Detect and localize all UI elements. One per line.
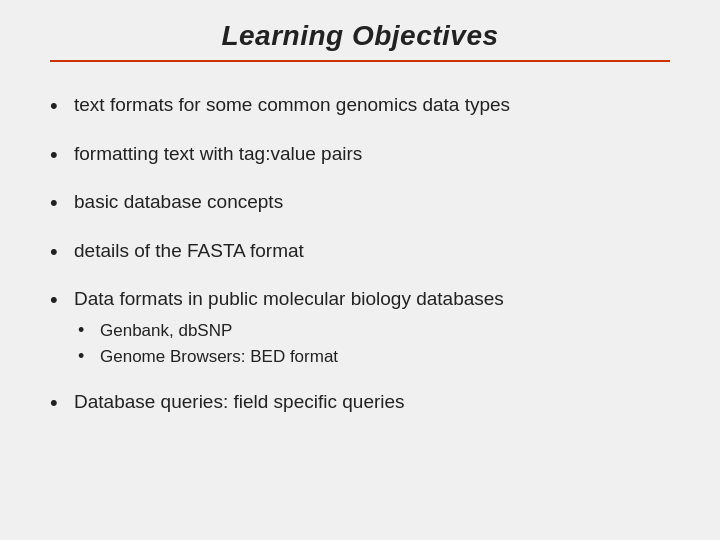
content-area: • text formats for some common genomics … (50, 82, 670, 510)
bullet-item-4: • details of the FASTA format (50, 228, 670, 277)
bullet-dot-5: • (50, 286, 74, 315)
bullet-text-2: formatting text with tag:value pairs (74, 141, 362, 167)
bullet-item-2: • formatting text with tag:value pairs (50, 131, 670, 180)
sub-bullet-dot-5-1: • (78, 320, 100, 341)
bullet-dot-6: • (50, 389, 74, 418)
bullet-item-1: • text formats for some common genomics … (50, 82, 670, 131)
sub-bullet-5-2: • Genome Browsers: BED format (78, 345, 338, 369)
bullet-dot-3: • (50, 189, 74, 218)
sub-bullets-5: • Genbank, dbSNP • Genome Browsers: BED … (78, 319, 338, 369)
bullet-text-3: basic database concepts (74, 189, 283, 215)
slide-title: Learning Objectives (50, 20, 670, 52)
bullet-text-6: Database queries: field specific queries (74, 389, 405, 415)
title-section: Learning Objectives (50, 20, 670, 52)
sub-bullet-dot-5-2: • (78, 346, 100, 367)
bullet-dot-1: • (50, 92, 74, 121)
sub-bullet-5-1: • Genbank, dbSNP (78, 319, 338, 343)
bullet-item-6: • Database queries: field specific queri… (50, 379, 670, 428)
sub-bullet-text-5-1: Genbank, dbSNP (100, 320, 232, 342)
bullet-item-5: • Data formats in public molecular biolo… (50, 276, 670, 379)
bullet-dot-2: • (50, 141, 74, 170)
bullet-text-5: Data formats in public molecular biology… (74, 286, 504, 312)
bullet-item-3: • basic database concepts (50, 179, 670, 228)
slide: Learning Objectives • text formats for s… (0, 0, 720, 540)
bullet-dot-4: • (50, 238, 74, 267)
sub-bullet-text-5-2: Genome Browsers: BED format (100, 346, 338, 368)
bullet-text-1: text formats for some common genomics da… (74, 92, 510, 118)
title-divider (50, 60, 670, 62)
bullet-text-4: details of the FASTA format (74, 238, 304, 264)
